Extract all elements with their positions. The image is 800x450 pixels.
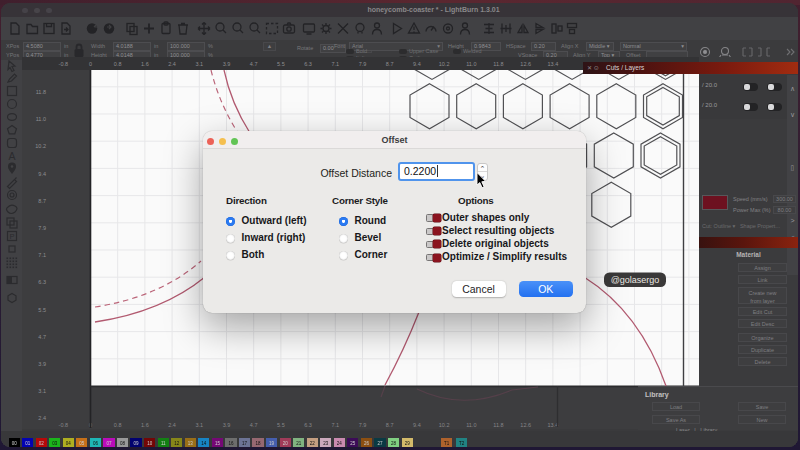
svg-text:2.4: 2.4 [168,422,176,428]
svg-text:10.2: 10.2 [439,422,450,428]
svg-text:P: P [9,232,14,241]
svg-text:10.2: 10.2 [439,61,450,67]
svg-text:3.9: 3.9 [223,422,231,428]
svg-text:10.2: 10.2 [35,143,46,149]
svg-text:6.3: 6.3 [304,422,312,428]
svg-text:12.6: 12.6 [520,422,531,428]
svg-text:7.9: 7.9 [359,61,367,67]
svg-text:6.3: 6.3 [304,61,312,67]
svg-text:7.1: 7.1 [331,61,339,67]
svg-text:5.5: 5.5 [277,61,285,67]
svg-text:9.4: 9.4 [38,171,46,177]
svg-text:7.9: 7.9 [38,225,46,231]
svg-text:11.8: 11.8 [36,89,46,95]
svg-text:7.9: 7.9 [359,422,367,428]
svg-text:11.0: 11.0 [466,422,476,428]
svg-text:11.0: 11.0 [36,116,46,122]
svg-text:4.7: 4.7 [250,422,258,428]
svg-text:9.4: 9.4 [413,61,421,67]
svg-text:11.8: 11.8 [493,422,503,428]
svg-text:3.1: 3.1 [38,388,46,394]
svg-text:13.4: 13.4 [548,61,559,67]
svg-text:9.4: 9.4 [413,422,421,428]
svg-text:0.8: 0.8 [114,422,122,428]
svg-text:4.7: 4.7 [250,61,258,67]
svg-text:12.6: 12.6 [520,61,531,67]
svg-text:4.7: 4.7 [38,334,46,340]
svg-text:3.9: 3.9 [38,361,46,367]
svg-text:1.6: 1.6 [141,422,149,428]
svg-text:8.7: 8.7 [386,422,394,428]
svg-text:13.4: 13.4 [548,422,559,428]
svg-text:7.1: 7.1 [38,252,46,258]
svg-text:11.0: 11.0 [466,61,476,67]
svg-text:5.5: 5.5 [277,422,285,428]
svg-text:5.5: 5.5 [38,307,46,313]
svg-text:11.8: 11.8 [493,61,503,67]
svg-text:8.7: 8.7 [38,198,46,204]
svg-text:0.8: 0.8 [114,61,122,67]
svg-text:3.1: 3.1 [195,422,203,428]
svg-text:-0.8: -0.8 [59,422,68,428]
svg-text:A: A [8,150,15,162]
svg-text:3.1: 3.1 [195,61,203,67]
svg-text:2.4: 2.4 [168,61,176,67]
svg-text:3.9: 3.9 [223,61,231,67]
svg-text:0: 0 [89,61,92,67]
svg-text:8.7: 8.7 [386,61,394,67]
svg-text:-0.8: -0.8 [59,61,68,67]
svg-text:@golasergo: @golasergo [611,275,660,285]
svg-text:7.1: 7.1 [331,422,339,428]
svg-text:1.6: 1.6 [141,61,149,67]
svg-text:2.4: 2.4 [38,415,46,421]
svg-text:6.3: 6.3 [38,279,46,285]
